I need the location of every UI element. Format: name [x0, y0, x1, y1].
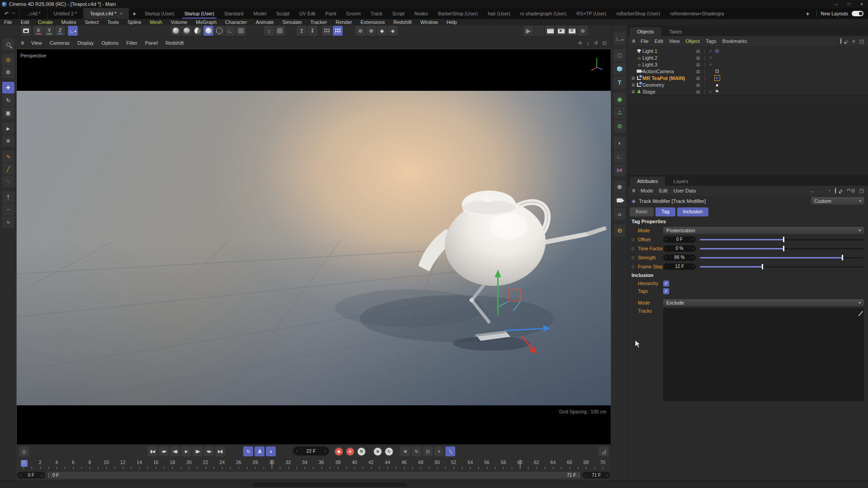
- interactive-render-region-icon[interactable]: ⊚: [578, 26, 588, 36]
- maximize-button[interactable]: □: [843, 0, 855, 8]
- cube-primitive-object-button[interactable]: [613, 63, 626, 75]
- render-view-icon[interactable]: [545, 26, 555, 36]
- axis-lock-x-button[interactable]: X: [33, 26, 43, 36]
- sketch-tool[interactable]: ╱: [2, 163, 14, 175]
- viewport-zoom-icon[interactable]: ↕: [587, 40, 590, 46]
- animate-rotation-button[interactable]: ↻: [411, 446, 421, 456]
- render-play-icon[interactable]: ▶: [524, 26, 533, 36]
- viewport-menu-redshift[interactable]: Redshift: [165, 40, 184, 46]
- layout-tab[interactable]: Startup (User): [140, 8, 179, 19]
- viewport-menu-filter[interactable]: Filter: [126, 40, 137, 46]
- expand-icon[interactable]: ⊞: [631, 89, 636, 94]
- layout-tab[interactable]: UV Edit: [294, 8, 321, 19]
- shading-sphere-constant-icon[interactable]: [193, 26, 203, 36]
- ribbon-object-button[interactable]: ⋈: [613, 164, 626, 176]
- layout-tab[interactable]: RS+TP (User): [571, 8, 611, 19]
- add-document-tab-button[interactable]: +: [129, 10, 140, 17]
- menu-item-modes[interactable]: Modes: [61, 19, 76, 25]
- object-row[interactable]: ⊞♟Stage▤⋮✓⚑: [628, 88, 868, 95]
- loop-playback-button[interactable]: ↻: [243, 446, 253, 456]
- workplane-swatch-icon[interactable]: [275, 26, 285, 36]
- slider-handle[interactable]: [783, 246, 784, 251]
- up-icon[interactable]: ↑: [828, 188, 831, 193]
- previous-key-button[interactable]: ◀●: [159, 446, 169, 456]
- viewport-menu-options[interactable]: Options: [101, 40, 118, 46]
- modeling-cube-icon[interactable]: ◆: [377, 26, 387, 36]
- layout-tab[interactable]: rsBarberShop (User): [611, 8, 665, 19]
- current-frame-field[interactable]: ‹ 22 F ›: [293, 446, 329, 455]
- scene-view[interactable]: [17, 91, 611, 405]
- viewport-maximize-icon[interactable]: ⊡: [603, 40, 607, 46]
- tag-circle-icon[interactable]: ●: [714, 82, 720, 88]
- search-icon[interactable]: [835, 188, 836, 193]
- scale-tool[interactable]: ▣: [2, 107, 14, 119]
- camera-object-button[interactable]: [613, 194, 626, 206]
- visibility-dots-icon[interactable]: ⋮: [701, 69, 708, 74]
- viewport-menu-view[interactable]: View: [31, 40, 42, 46]
- next-key-button[interactable]: ●▶: [204, 446, 214, 456]
- field-axis-object-button[interactable]: ∟: [613, 150, 626, 163]
- param-value-field[interactable]: ‹0 F›: [663, 236, 696, 243]
- cursor-transform-tool[interactable]: ▶: [2, 122, 14, 134]
- tab-objects[interactable]: Objects: [630, 27, 661, 36]
- keying-position-button[interactable]: ⊕: [373, 446, 382, 456]
- visibility-dots-icon[interactable]: ⋮: [701, 89, 708, 94]
- attributes-menu-user-data[interactable]: User Data: [674, 188, 696, 193]
- value-dec-icon[interactable]: ‹: [665, 264, 667, 268]
- shading-sphere-gouraud-icon[interactable]: [171, 26, 181, 36]
- enabled-check-icon[interactable]: ✓: [708, 56, 714, 60]
- next-frame-button[interactable]: ▮▶: [193, 446, 203, 456]
- animate-position-button[interactable]: ⊕: [400, 446, 410, 456]
- value-dec-icon[interactable]: ‹: [665, 246, 667, 250]
- doc-tab[interactable]: ...c4d *: [19, 8, 47, 19]
- field-object-button[interactable]: ◗: [613, 137, 626, 149]
- mode-dropdown[interactable]: Posterization ▾: [663, 227, 864, 234]
- viewport[interactable]: Perspective: [16, 49, 611, 444]
- search-icon[interactable]: [840, 38, 841, 44]
- filter-icon[interactable]: ≡: [852, 38, 855, 44]
- redshift-object-button[interactable]: ⚙: [613, 225, 626, 237]
- spline-draw-tool[interactable]: ≈: [2, 216, 14, 228]
- render-settings-icon[interactable]: ⚙: [567, 26, 577, 36]
- menu-item-volume[interactable]: Volume: [171, 19, 188, 25]
- menu-item-mesh[interactable]: Mesh: [150, 19, 162, 25]
- attributes-menu-mode[interactable]: Mode: [641, 188, 653, 193]
- objects-menu-bookmarks[interactable]: Bookmarks: [722, 38, 747, 44]
- param-slider[interactable]: [700, 245, 863, 252]
- value-dec-icon[interactable]: ‹: [665, 237, 667, 241]
- axis-lock-y-button[interactable]: Y: [44, 26, 54, 36]
- objects-menu-view[interactable]: View: [669, 38, 680, 44]
- expand-icon[interactable]: ⊞: [631, 83, 636, 87]
- layout-tab[interactable]: BarberShop (User): [433, 8, 483, 19]
- keyframe-diamond-icon[interactable]: ◇: [628, 237, 638, 242]
- objects-menu-file[interactable]: File: [641, 38, 649, 44]
- visibility-dots-icon[interactable]: ⋮: [701, 49, 708, 53]
- preset-dropdown[interactable]: Custom ▾: [811, 197, 864, 205]
- close-tab-icon[interactable]: ×: [120, 11, 123, 16]
- tracks-list-box[interactable]: [663, 308, 864, 401]
- expand-icon[interactable]: ◳: [859, 188, 864, 193]
- object-row[interactable]: ☼Light.3▤⋮✓: [628, 61, 868, 68]
- menu-item-create[interactable]: Create: [38, 19, 53, 25]
- menu-item-animate[interactable]: Animate: [255, 19, 274, 25]
- shading-sphere-wireframe-icon[interactable]: [214, 26, 224, 36]
- go-to-end-button[interactable]: ▶▮: [215, 446, 225, 456]
- value-inc-icon[interactable]: ›: [692, 237, 693, 241]
- doc-tab[interactable]: Teapot.c4d *×: [83, 8, 129, 19]
- snap-grid-icon[interactable]: [333, 26, 343, 36]
- keying-rotation-button[interactable]: ↻: [384, 446, 394, 456]
- snap-enable-icon[interactable]: ⊚: [355, 26, 365, 36]
- range-end-field[interactable]: ‹ 71 F ›: [582, 472, 610, 479]
- new-layouts-toggle[interactable]: [852, 11, 863, 16]
- layers-icon[interactable]: ▤: [695, 76, 701, 80]
- enabled-check-icon[interactable]: ✓: [708, 89, 714, 94]
- render-ghost-icon[interactable]: [534, 26, 544, 36]
- frame-inc-icon[interactable]: ›: [325, 449, 326, 453]
- shading-sphere-quick-icon[interactable]: [182, 26, 192, 36]
- range-start-field[interactable]: ‹ 0 F ›: [17, 472, 45, 479]
- section-tab-basic[interactable]: Basic: [630, 207, 654, 216]
- tab-takes[interactable]: Takes: [662, 27, 689, 36]
- checkbox-hierarchy[interactable]: ✓: [663, 281, 669, 286]
- value-dec-icon[interactable]: ‹: [665, 255, 667, 259]
- snap-settings-icon[interactable]: ⊕: [366, 26, 376, 36]
